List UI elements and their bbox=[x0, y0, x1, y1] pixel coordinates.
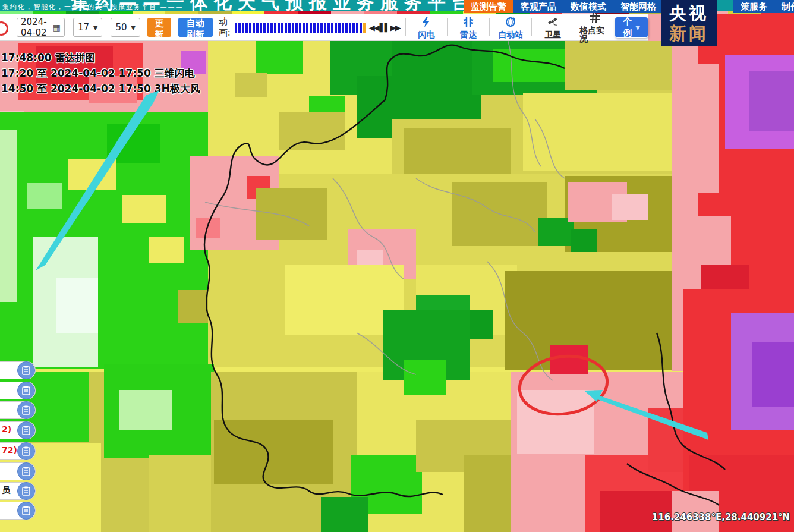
anim-frame-tick[interactable] bbox=[303, 23, 305, 33]
globe-icon bbox=[505, 17, 516, 29]
hour-select[interactable]: 17▼ bbox=[73, 18, 102, 37]
case-dropdown-button[interactable]: 个例 ▼ bbox=[615, 17, 648, 37]
anim-frame-tick[interactable] bbox=[281, 23, 283, 33]
tool-satellite[interactable]: 卫星 bbox=[537, 17, 568, 39]
anim-frame-tick[interactable] bbox=[295, 23, 298, 33]
anim-frame-tick[interactable] bbox=[270, 23, 273, 33]
anim-frame-tick[interactable] bbox=[238, 23, 241, 33]
menu-item-3[interactable]: 数值模式 bbox=[563, 0, 613, 13]
chevron-down-icon: ▼ bbox=[93, 24, 98, 31]
anim-frame-tick[interactable] bbox=[292, 23, 294, 33]
tool-grid[interactable]: 格点实况 bbox=[579, 12, 610, 43]
update-button[interactable]: 更新 bbox=[147, 18, 171, 37]
clipboard-panel-button-6[interactable] bbox=[0, 462, 36, 480]
clipboard-icon bbox=[17, 442, 35, 460]
logo-line1: 央视 bbox=[669, 3, 708, 23]
panel-fragment-text: 2) bbox=[2, 424, 11, 434]
anim-frame-tick[interactable] bbox=[274, 23, 276, 33]
anim-frame-tick[interactable] bbox=[267, 23, 269, 33]
tool-radar[interactable]: 雷达 bbox=[453, 17, 484, 39]
clipboard-icon bbox=[17, 482, 35, 500]
menu-item-1[interactable]: 监测告警 bbox=[464, 0, 513, 13]
clipboard-panel-button-3[interactable] bbox=[0, 401, 36, 419]
anim-frame-tick[interactable] bbox=[324, 23, 326, 33]
clipboard-panel-button-8[interactable] bbox=[0, 502, 36, 520]
clipboard-icon bbox=[17, 421, 35, 439]
anim-frame-tick[interactable] bbox=[352, 23, 355, 33]
minute-select[interactable]: 50▼ bbox=[111, 18, 140, 37]
grid-icon bbox=[590, 12, 600, 25]
anim-frame-tick[interactable] bbox=[331, 23, 333, 33]
anim-frame-tick[interactable] bbox=[263, 23, 266, 33]
anim-frame-tick[interactable] bbox=[306, 23, 308, 33]
menu-item-6[interactable]: 制作发布 bbox=[774, 0, 794, 13]
anim-frame-tick[interactable] bbox=[313, 23, 316, 33]
anim-frame-tick[interactable] bbox=[327, 23, 330, 33]
tool-lightning[interactable]: 闪电 bbox=[411, 17, 442, 39]
hour-value: 17 bbox=[78, 22, 89, 33]
anim-frame-tick[interactable] bbox=[256, 23, 259, 33]
anim-frame-tick[interactable] bbox=[288, 23, 291, 33]
anim-frame-tick[interactable] bbox=[349, 23, 351, 33]
clipboard-panel-button-4[interactable]: 2) bbox=[0, 421, 36, 439]
date-input[interactable]: 2024-04-02 ▦ bbox=[17, 18, 65, 37]
forward-button[interactable]: ▶▶ bbox=[390, 23, 400, 32]
chevron-down-icon: ▼ bbox=[131, 24, 136, 31]
menu-item-4[interactable]: 智能网格 bbox=[613, 0, 663, 13]
clipboard-panel-button-7[interactable]: 员 bbox=[0, 482, 36, 500]
clipboard-icon bbox=[17, 462, 35, 480]
menu-item-2[interactable]: 客观产品 bbox=[513, 0, 563, 13]
date-value: 2024-04-02 bbox=[21, 17, 53, 38]
anim-frame-tick[interactable] bbox=[360, 23, 362, 33]
separator bbox=[405, 18, 406, 36]
anim-frame-tick[interactable] bbox=[363, 23, 366, 33]
clipboard-panel-button-1[interactable] bbox=[0, 361, 36, 379]
tool-label: 雷达 bbox=[460, 30, 477, 39]
clipboard-icon bbox=[17, 382, 35, 399]
calendar-icon[interactable]: ▦ bbox=[53, 23, 61, 32]
anim-frame-tick[interactable] bbox=[285, 23, 287, 33]
satellite-icon bbox=[547, 17, 558, 29]
tool-label: 闪电 bbox=[418, 30, 434, 39]
radar-map[interactable] bbox=[0, 11, 794, 532]
anim-frame-tick[interactable] bbox=[260, 23, 262, 33]
anim-frame-tick[interactable] bbox=[278, 23, 280, 33]
cctv-news-logo: 央视 新闻 bbox=[661, 0, 717, 46]
anim-frame-tick[interactable] bbox=[335, 23, 337, 33]
toolbar: 2024-04-02 ▦ 17▼ 50▼ 更新 自动刷新 动画: ◀◀ ▌▌ ▶… bbox=[0, 14, 648, 41]
anim-frame-tick[interactable] bbox=[299, 23, 301, 33]
pause-button[interactable]: ▌▌ bbox=[380, 23, 389, 32]
anim-frame-tick[interactable] bbox=[356, 23, 358, 33]
case-label: 个例 bbox=[623, 16, 632, 39]
anim-frame-tick[interactable] bbox=[320, 23, 323, 33]
animation-frame-bar[interactable] bbox=[235, 23, 367, 33]
autorefresh-button[interactable]: 自动刷新 bbox=[178, 18, 213, 37]
anim-frame-tick[interactable] bbox=[235, 23, 237, 33]
animation-label: 动画: bbox=[219, 16, 231, 39]
anim-frame-tick[interactable] bbox=[338, 23, 341, 33]
logo-line2: 新闻 bbox=[669, 23, 708, 43]
top-menu: 监测告警客观产品数值模式智能网格策服务制作发布 bbox=[464, 0, 794, 13]
anim-frame-tick[interactable] bbox=[345, 23, 348, 33]
tool-label: 自动站 bbox=[498, 30, 523, 39]
anim-frame-tick[interactable] bbox=[310, 23, 312, 33]
anim-frame-tick[interactable] bbox=[245, 23, 248, 33]
cursor-coordinates: 116.246338°E,28.440921°N bbox=[647, 512, 794, 522]
tool-label: 格点实况 bbox=[579, 26, 610, 43]
clipboard-panel-button-2[interactable] bbox=[0, 382, 36, 399]
alarm-icon[interactable] bbox=[0, 20, 10, 35]
panel-fragment-text: 员 bbox=[2, 485, 10, 496]
tool-globe[interactable]: 自动站 bbox=[495, 17, 526, 39]
anim-frame-tick[interactable] bbox=[317, 23, 319, 33]
menu-item-5[interactable]: 策服务 bbox=[733, 0, 774, 13]
app-subtitle: 集约化，智能化，一体化的天气预报业务平台 ——— bbox=[2, 2, 184, 11]
anim-frame-tick[interactable] bbox=[242, 23, 244, 33]
anim-frame-tick[interactable] bbox=[253, 23, 255, 33]
clipboard-panel-button-5[interactable]: 72) bbox=[0, 442, 36, 460]
panel-fragment-text: 72) bbox=[2, 445, 17, 455]
anim-frame-tick[interactable] bbox=[342, 23, 344, 33]
clipboard-icon bbox=[17, 401, 35, 419]
chevron-down-icon: ▼ bbox=[635, 24, 640, 31]
rewind-button[interactable]: ◀◀ bbox=[369, 23, 379, 32]
anim-frame-tick[interactable] bbox=[249, 23, 251, 33]
